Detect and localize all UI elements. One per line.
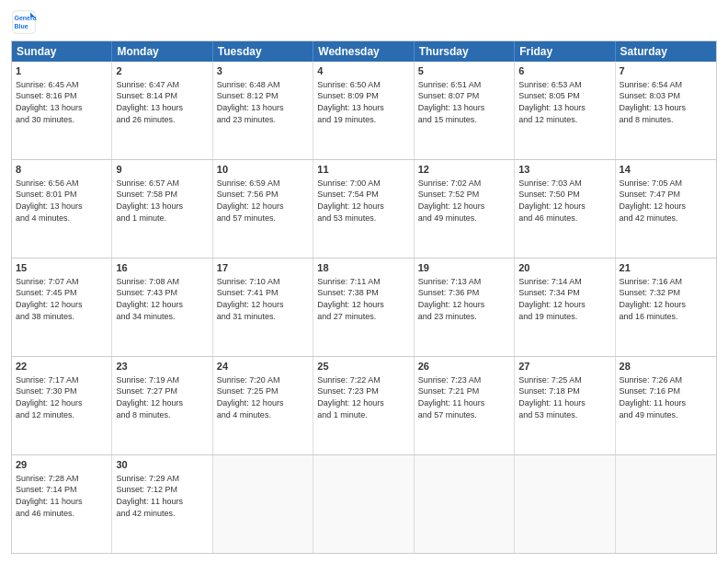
logo-icon: General Blue <box>11 9 37 35</box>
day-info: Sunrise: 6:50 AM Sunset: 8:09 PM Dayligh… <box>317 79 409 125</box>
calendar-cell: 27Sunrise: 7:25 AM Sunset: 7:18 PM Dayli… <box>515 357 615 454</box>
day-info: Sunrise: 7:07 AM Sunset: 7:45 PM Dayligh… <box>16 276 108 322</box>
calendar-cell: 1Sunrise: 6:45 AM Sunset: 8:16 PM Daylig… <box>12 62 112 159</box>
day-number: 5 <box>418 64 510 78</box>
day-number: 11 <box>317 163 409 177</box>
day-number: 25 <box>317 360 409 373</box>
day-info: Sunrise: 7:19 AM Sunset: 7:27 PM Dayligh… <box>116 374 208 420</box>
day-info: Sunrise: 7:11 AM Sunset: 7:38 PM Dayligh… <box>317 276 409 322</box>
calendar-cell: 30Sunrise: 7:29 AM Sunset: 7:12 PM Dayli… <box>112 455 212 553</box>
day-number: 30 <box>116 458 208 472</box>
day-number: 21 <box>620 261 712 275</box>
day-info: Sunrise: 7:02 AM Sunset: 7:52 PM Dayligh… <box>418 178 510 224</box>
calendar-cell: 4Sunrise: 6:50 AM Sunset: 8:09 PM Daylig… <box>313 62 414 159</box>
calendar-week-2: 8Sunrise: 6:56 AM Sunset: 8:01 PM Daylig… <box>12 160 716 259</box>
day-number: 8 <box>16 163 108 177</box>
calendar-cell <box>616 455 716 553</box>
calendar-body: 1Sunrise: 6:45 AM Sunset: 8:16 PM Daylig… <box>12 62 716 553</box>
day-number: 19 <box>418 261 510 275</box>
day-number: 4 <box>317 64 409 78</box>
calendar-week-4: 22Sunrise: 7:17 AM Sunset: 7:30 PM Dayli… <box>12 357 716 455</box>
day-info: Sunrise: 7:05 AM Sunset: 7:47 PM Dayligh… <box>620 178 712 224</box>
calendar-cell: 9Sunrise: 6:57 AM Sunset: 7:58 PM Daylig… <box>112 160 212 258</box>
calendar-cell: 29Sunrise: 7:28 AM Sunset: 7:14 PM Dayli… <box>12 455 112 553</box>
calendar-week-5: 29Sunrise: 7:28 AM Sunset: 7:14 PM Dayli… <box>12 455 716 553</box>
calendar-cell <box>313 455 414 553</box>
day-info: Sunrise: 7:03 AM Sunset: 7:50 PM Dayligh… <box>518 178 610 224</box>
calendar-cell: 26Sunrise: 7:23 AM Sunset: 7:21 PM Dayli… <box>415 357 515 454</box>
calendar-header: SundayMondayTuesdayWednesdayThursdayFrid… <box>12 41 716 62</box>
calendar-cell: 18Sunrise: 7:11 AM Sunset: 7:38 PM Dayli… <box>313 259 414 356</box>
day-number: 15 <box>16 261 108 275</box>
calendar-cell: 5Sunrise: 6:51 AM Sunset: 8:07 PM Daylig… <box>415 62 515 159</box>
day-info: Sunrise: 6:48 AM Sunset: 8:12 PM Dayligh… <box>217 79 309 125</box>
day-number: 6 <box>518 64 610 78</box>
calendar-week-1: 1Sunrise: 6:45 AM Sunset: 8:16 PM Daylig… <box>12 62 716 160</box>
calendar-cell <box>515 455 615 553</box>
day-number: 7 <box>620 64 712 78</box>
day-info: Sunrise: 7:26 AM Sunset: 7:16 PM Dayligh… <box>620 374 712 420</box>
day-number: 22 <box>16 360 108 373</box>
day-info: Sunrise: 7:13 AM Sunset: 7:36 PM Dayligh… <box>418 276 510 322</box>
calendar-cell: 13Sunrise: 7:03 AM Sunset: 7:50 PM Dayli… <box>515 160 615 258</box>
calendar-header-tuesday: Tuesday <box>213 41 313 62</box>
day-number: 16 <box>116 261 208 275</box>
calendar-cell: 2Sunrise: 6:47 AM Sunset: 8:14 PM Daylig… <box>112 62 212 159</box>
day-info: Sunrise: 6:51 AM Sunset: 8:07 PM Dayligh… <box>418 79 510 125</box>
calendar-cell: 25Sunrise: 7:22 AM Sunset: 7:23 PM Dayli… <box>313 357 414 454</box>
calendar-cell <box>213 455 313 553</box>
day-info: Sunrise: 6:56 AM Sunset: 8:01 PM Dayligh… <box>16 178 108 224</box>
day-info: Sunrise: 7:14 AM Sunset: 7:34 PM Dayligh… <box>518 276 610 322</box>
day-info: Sunrise: 7:22 AM Sunset: 7:23 PM Dayligh… <box>317 374 409 420</box>
calendar-cell <box>415 455 515 553</box>
day-info: Sunrise: 6:45 AM Sunset: 8:16 PM Dayligh… <box>16 79 108 125</box>
day-number: 28 <box>620 360 712 373</box>
calendar-cell: 3Sunrise: 6:48 AM Sunset: 8:12 PM Daylig… <box>213 62 313 159</box>
day-info: Sunrise: 7:00 AM Sunset: 7:54 PM Dayligh… <box>317 178 409 224</box>
calendar-header-thursday: Thursday <box>415 41 515 62</box>
svg-text:Blue: Blue <box>15 23 28 29</box>
day-info: Sunrise: 7:16 AM Sunset: 7:32 PM Dayligh… <box>620 276 712 322</box>
calendar-week-3: 15Sunrise: 7:07 AM Sunset: 7:45 PM Dayli… <box>12 259 716 357</box>
day-info: Sunrise: 6:47 AM Sunset: 8:14 PM Dayligh… <box>116 79 208 125</box>
day-number: 3 <box>217 64 309 78</box>
calendar-header-wednesday: Wednesday <box>313 41 414 62</box>
calendar-cell: 28Sunrise: 7:26 AM Sunset: 7:16 PM Dayli… <box>616 357 716 454</box>
calendar-header-saturday: Saturday <box>616 41 716 62</box>
day-info: Sunrise: 7:08 AM Sunset: 7:43 PM Dayligh… <box>116 276 208 322</box>
day-number: 26 <box>418 360 510 373</box>
day-info: Sunrise: 6:57 AM Sunset: 7:58 PM Dayligh… <box>116 178 208 224</box>
calendar-header-friday: Friday <box>515 41 615 62</box>
calendar-cell: 21Sunrise: 7:16 AM Sunset: 7:32 PM Dayli… <box>616 259 716 356</box>
calendar-cell: 6Sunrise: 6:53 AM Sunset: 8:05 PM Daylig… <box>515 62 615 159</box>
calendar-cell: 10Sunrise: 6:59 AM Sunset: 7:56 PM Dayli… <box>213 160 313 258</box>
calendar-cell: 11Sunrise: 7:00 AM Sunset: 7:54 PM Dayli… <box>313 160 414 258</box>
calendar-header-sunday: Sunday <box>12 41 112 62</box>
calendar-cell: 23Sunrise: 7:19 AM Sunset: 7:27 PM Dayli… <box>112 357 212 454</box>
day-number: 20 <box>518 261 610 275</box>
calendar-cell: 20Sunrise: 7:14 AM Sunset: 7:34 PM Dayli… <box>515 259 615 356</box>
day-number: 27 <box>518 360 610 373</box>
calendar-cell: 17Sunrise: 7:10 AM Sunset: 7:41 PM Dayli… <box>213 259 313 356</box>
day-number: 10 <box>217 163 309 177</box>
day-number: 23 <box>116 360 208 373</box>
day-info: Sunrise: 7:17 AM Sunset: 7:30 PM Dayligh… <box>16 374 108 420</box>
day-number: 24 <box>217 360 309 373</box>
day-info: Sunrise: 6:59 AM Sunset: 7:56 PM Dayligh… <box>217 178 309 224</box>
logo: General Blue <box>11 9 40 35</box>
day-number: 9 <box>116 163 208 177</box>
calendar-cell: 24Sunrise: 7:20 AM Sunset: 7:25 PM Dayli… <box>213 357 313 454</box>
day-info: Sunrise: 7:20 AM Sunset: 7:25 PM Dayligh… <box>217 374 309 420</box>
day-number: 12 <box>418 163 510 177</box>
calendar-cell: 19Sunrise: 7:13 AM Sunset: 7:36 PM Dayli… <box>415 259 515 356</box>
day-info: Sunrise: 6:54 AM Sunset: 8:03 PM Dayligh… <box>620 79 712 125</box>
day-info: Sunrise: 7:28 AM Sunset: 7:14 PM Dayligh… <box>16 473 108 519</box>
day-info: Sunrise: 7:29 AM Sunset: 7:12 PM Dayligh… <box>116 473 208 519</box>
day-number: 18 <box>317 261 409 275</box>
day-info: Sunrise: 7:25 AM Sunset: 7:18 PM Dayligh… <box>518 374 610 420</box>
day-number: 14 <box>620 163 712 177</box>
calendar-cell: 22Sunrise: 7:17 AM Sunset: 7:30 PM Dayli… <box>12 357 112 454</box>
calendar-cell: 15Sunrise: 7:07 AM Sunset: 7:45 PM Dayli… <box>12 259 112 356</box>
day-number: 29 <box>16 458 108 472</box>
calendar-cell: 14Sunrise: 7:05 AM Sunset: 7:47 PM Dayli… <box>616 160 716 258</box>
